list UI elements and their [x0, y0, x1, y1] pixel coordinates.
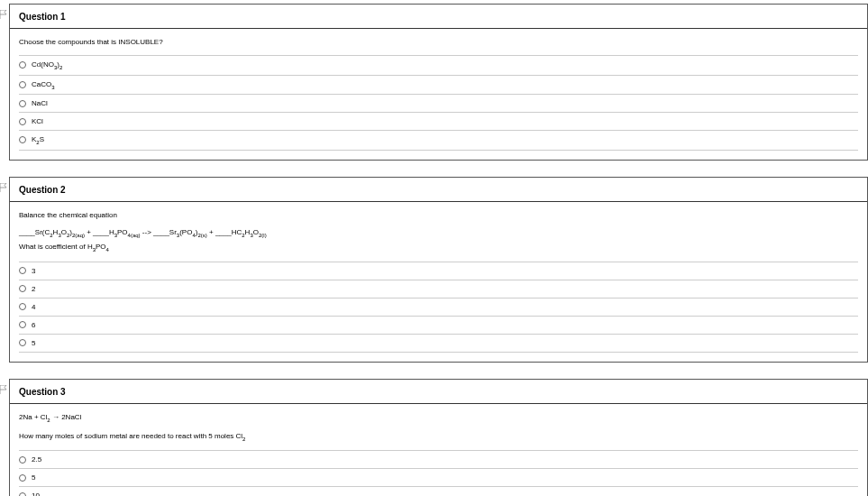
- option-label: 6: [32, 321, 35, 329]
- radio-icon: [19, 267, 26, 274]
- option-label: KCl: [32, 117, 43, 125]
- question-prompt: Balance the chemical equation: [19, 211, 858, 219]
- question-prompt: 2Na + Cl2 → 2NaCl: [19, 413, 858, 423]
- question-prompt-2: How many moles of sodium metal are neede…: [19, 432, 858, 442]
- option[interactable]: CaCO3: [19, 75, 858, 95]
- option-label: Cd(NO3)2: [32, 60, 62, 70]
- options-list: Cd(NO3)2 CaCO3 NaCl KCl K2S: [19, 55, 858, 151]
- question-title: Question 1: [19, 12, 858, 25]
- question-3: Question 3 2Na + Cl2 → 2NaCl How many mo…: [9, 379, 868, 496]
- option-label: K2S: [32, 135, 44, 145]
- radio-icon: [19, 61, 26, 69]
- radio-icon: [19, 339, 26, 346]
- option[interactable]: 2: [19, 280, 858, 298]
- radio-icon: [19, 456, 26, 464]
- option-label: 10: [32, 491, 40, 496]
- option[interactable]: NaCl: [19, 94, 858, 112]
- option-label: 2: [32, 285, 35, 293]
- option[interactable]: 4: [19, 298, 858, 316]
- radio-icon: [19, 321, 26, 328]
- equation: ____Sr(C2H3O2)2(aq) + ____H3PO4(aq) --> …: [19, 228, 858, 238]
- option[interactable]: K2S: [19, 130, 858, 151]
- question-1: Question 1 Choose the compounds that is …: [9, 4, 868, 161]
- option-label: 4: [32, 303, 35, 311]
- option[interactable]: Cd(NO3)2: [19, 55, 858, 75]
- question-title: Question 3: [19, 387, 858, 400]
- option-label: 5: [32, 473, 35, 482]
- option[interactable]: KCl: [19, 112, 858, 130]
- radio-icon: [19, 100, 26, 107]
- option[interactable]: 5: [19, 468, 858, 486]
- options-list: 2.5 5 10 2 1: [19, 450, 858, 496]
- option-label: 2.5: [32, 455, 41, 464]
- option[interactable]: 6: [19, 316, 858, 334]
- radio-icon: [19, 136, 26, 143]
- radio-icon: [19, 492, 26, 496]
- question-prompt-2: What is coefficient of H3PO4: [19, 243, 858, 253]
- option[interactable]: 3: [19, 262, 858, 280]
- radio-icon: [19, 118, 26, 125]
- radio-icon: [19, 285, 26, 292]
- option-label: 3: [32, 267, 35, 275]
- option[interactable]: 2.5: [19, 450, 858, 468]
- question-2: Question 2 Balance the chemical equation…: [9, 177, 868, 363]
- flag-icon[interactable]: [0, 183, 8, 192]
- option[interactable]: 10: [19, 486, 858, 496]
- option-label: 5: [32, 339, 35, 347]
- flag-icon[interactable]: [0, 385, 8, 394]
- flag-icon[interactable]: [0, 10, 8, 19]
- option-label: NaCl: [32, 99, 48, 107]
- radio-icon: [19, 81, 26, 88]
- radio-icon: [19, 474, 26, 482]
- option[interactable]: 5: [19, 334, 858, 353]
- question-title: Question 2: [19, 185, 858, 198]
- radio-icon: [19, 303, 26, 310]
- question-prompt: Choose the compounds that is INSOLUBLE?: [19, 38, 858, 46]
- option-label: CaCO3: [32, 80, 55, 90]
- options-list: 3 2 4 6 5: [19, 262, 858, 353]
